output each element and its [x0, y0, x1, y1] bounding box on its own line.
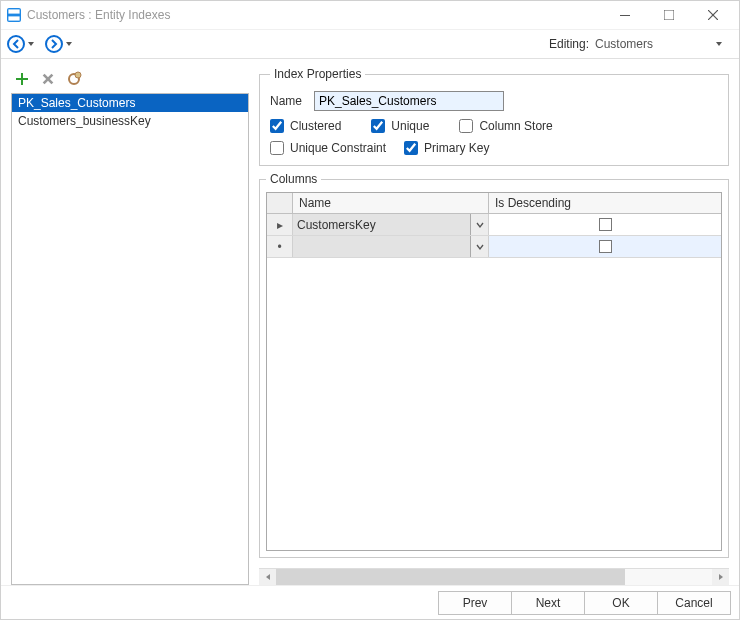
delete-icon[interactable] [39, 70, 57, 88]
unique-constraint-input[interactable] [270, 141, 284, 155]
scroll-right-icon[interactable] [712, 569, 729, 586]
titlebar: Customers : Entity Indexes [1, 1, 739, 29]
row-marker: ▸ [267, 214, 293, 235]
nav-back-dropdown[interactable] [27, 40, 35, 48]
app-icon [7, 8, 21, 22]
editing-dropdown[interactable] [715, 40, 723, 48]
is-descending-cell[interactable] [489, 236, 721, 257]
unique-label: Unique [391, 119, 429, 133]
chevron-down-icon[interactable] [470, 236, 488, 257]
columns-grid[interactable]: Name Is Descending ▸ CustomersKey [266, 192, 722, 551]
name-label: Name [270, 94, 314, 108]
index-list[interactable]: PK_Sales_Customers Customers_businessKey [11, 93, 249, 585]
grid-row-new[interactable]: • [267, 236, 721, 258]
prev-button[interactable]: Prev [438, 591, 512, 615]
column-name-cell[interactable]: CustomersKey [293, 214, 489, 235]
is-descending-checkbox[interactable] [599, 240, 612, 253]
add-icon[interactable] [13, 70, 31, 88]
maximize-button[interactable] [647, 1, 691, 29]
column-store-label: Column Store [479, 119, 552, 133]
column-name-cell[interactable] [293, 236, 489, 257]
grid-header-descending[interactable]: Is Descending [489, 193, 721, 213]
main: PK_Sales_Customers Customers_businessKey… [1, 59, 739, 585]
right-pane: Index Properties Name Clustered Unique C… [259, 67, 739, 585]
row-marker: • [267, 236, 293, 257]
left-pane: PK_Sales_Customers Customers_businessKey [11, 67, 249, 585]
cancel-button[interactable]: Cancel [657, 591, 731, 615]
svg-rect-3 [664, 10, 674, 20]
index-properties-group: Index Properties Name Clustered Unique C… [259, 67, 729, 166]
svg-rect-7 [16, 78, 28, 80]
close-button[interactable] [691, 1, 735, 29]
columns-legend: Columns [266, 172, 321, 186]
nav-forward-dropdown[interactable] [65, 40, 73, 48]
unique-input[interactable] [371, 119, 385, 133]
list-item[interactable]: Customers_businessKey [12, 112, 248, 130]
clustered-input[interactable] [270, 119, 284, 133]
scroll-thumb[interactable] [276, 569, 625, 585]
grid-header-rowselector [267, 193, 293, 213]
nav-back-button[interactable] [7, 35, 25, 53]
columns-group: Columns Name Is Descending ▸ CustomersKe… [259, 172, 729, 558]
scroll-track[interactable] [276, 569, 712, 585]
svg-point-11 [75, 72, 81, 78]
ok-button[interactable]: OK [584, 591, 658, 615]
unique-constraint-checkbox[interactable]: Unique Constraint [270, 141, 386, 155]
editing-label: Editing: [549, 37, 589, 51]
column-store-checkbox[interactable]: Column Store [459, 119, 552, 133]
clustered-label: Clustered [290, 119, 341, 133]
svg-rect-1 [8, 16, 19, 20]
grid-header: Name Is Descending [267, 193, 721, 214]
primary-key-checkbox[interactable]: Primary Key [404, 141, 489, 155]
editing-value: Customers [595, 37, 715, 51]
chevron-down-icon[interactable] [470, 214, 488, 235]
is-descending-cell[interactable] [489, 214, 721, 235]
svg-rect-2 [620, 15, 630, 16]
primary-key-input[interactable] [404, 141, 418, 155]
left-toolbar [11, 67, 249, 93]
column-name-value: CustomersKey [297, 218, 376, 232]
nav-forward-button[interactable] [45, 35, 63, 53]
is-descending-checkbox[interactable] [599, 218, 612, 231]
clustered-checkbox[interactable]: Clustered [270, 119, 341, 133]
unique-checkbox[interactable]: Unique [371, 119, 429, 133]
scroll-left-icon[interactable] [259, 569, 276, 586]
grid-header-name[interactable]: Name [293, 193, 489, 213]
svg-rect-0 [8, 9, 19, 13]
list-item[interactable]: PK_Sales_Customers [12, 94, 248, 112]
grid-row[interactable]: ▸ CustomersKey [267, 214, 721, 236]
primary-key-label: Primary Key [424, 141, 489, 155]
name-input[interactable] [314, 91, 504, 111]
nav-row: Editing: Customers [1, 29, 739, 59]
refresh-icon[interactable] [65, 70, 83, 88]
minimize-button[interactable] [603, 1, 647, 29]
column-store-input[interactable] [459, 119, 473, 133]
horizontal-scrollbar[interactable] [259, 568, 729, 585]
index-properties-legend: Index Properties [270, 67, 365, 81]
next-button[interactable]: Next [511, 591, 585, 615]
window-title: Customers : Entity Indexes [27, 8, 603, 22]
unique-constraint-label: Unique Constraint [290, 141, 386, 155]
footer: Prev Next OK Cancel [1, 585, 739, 619]
